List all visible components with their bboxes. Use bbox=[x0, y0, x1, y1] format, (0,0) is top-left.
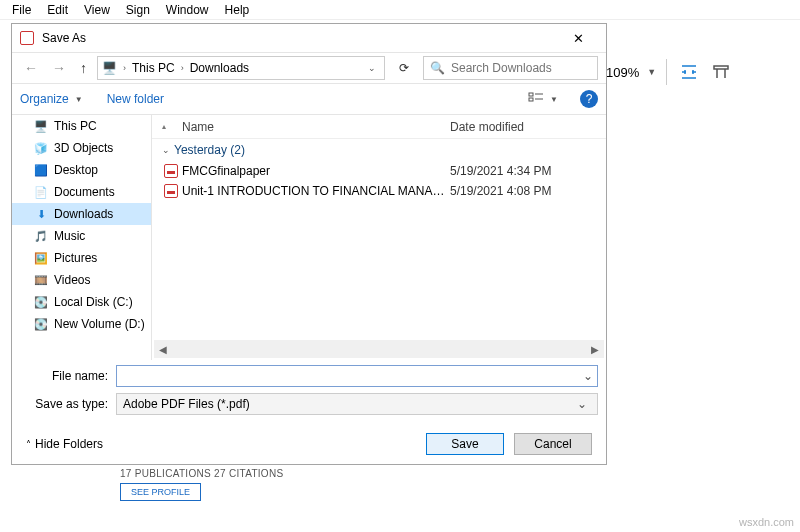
scroll-left-icon[interactable]: ◀ bbox=[154, 344, 172, 355]
file-name: Unit-1 INTRODUCTION TO FINANCIAL MANAG..… bbox=[182, 184, 450, 198]
menu-help[interactable]: Help bbox=[221, 3, 254, 17]
h-scrollbar[interactable]: ◀ ▶ bbox=[154, 340, 604, 358]
sidebar-item-3d-objects[interactable]: 🧊3D Objects bbox=[12, 137, 151, 159]
type-value: Adobe PDF Files (*.pdf) bbox=[123, 397, 573, 411]
scroll-right-icon[interactable]: ▶ bbox=[586, 344, 604, 355]
sidebar-item-music[interactable]: 🎵Music bbox=[12, 225, 151, 247]
chevron-up-icon: ˄ bbox=[26, 439, 31, 450]
bg-toolbar: 109% ▼ bbox=[600, 54, 800, 90]
sidebar-item-local-disk-c[interactable]: 💽Local Disk (C:) bbox=[12, 291, 151, 313]
sidebar-item-label: Documents bbox=[54, 185, 115, 199]
sidebar-item-downloads[interactable]: ⬇Downloads bbox=[12, 203, 151, 225]
pdf-icon bbox=[164, 164, 178, 178]
disk-icon: 💽 bbox=[34, 317, 48, 331]
sort-icon[interactable]: ▴ bbox=[152, 122, 176, 131]
tool-icon[interactable] bbox=[711, 62, 731, 82]
menu-edit[interactable]: Edit bbox=[43, 3, 72, 17]
hide-folders-label: Hide Folders bbox=[35, 437, 103, 451]
watermark: wsxdn.com bbox=[739, 516, 794, 528]
sidebar-item-videos[interactable]: 🎞️Videos bbox=[12, 269, 151, 291]
sidebar-item-new-volume-d[interactable]: 💽New Volume (D:)⌄ bbox=[12, 313, 151, 335]
file-area: ▴ Name Date modified ⌄ Yesterday (2) FMC… bbox=[152, 115, 606, 360]
chevron-down-icon[interactable]: ⌄ bbox=[364, 63, 380, 73]
file-date: 5/19/2021 4:34 PM bbox=[450, 164, 606, 178]
menu-sign[interactable]: Sign bbox=[122, 3, 154, 17]
menu-window[interactable]: Window bbox=[162, 3, 213, 17]
close-button[interactable]: ✕ bbox=[558, 24, 598, 52]
type-combo[interactable]: Adobe PDF Files (*.pdf) ⌄ bbox=[116, 393, 598, 415]
chevron-down-icon: ▼ bbox=[75, 95, 83, 104]
file-row[interactable]: Unit-1 INTRODUCTION TO FINANCIAL MANAG..… bbox=[152, 181, 606, 201]
back-button[interactable]: ← bbox=[20, 60, 42, 76]
new-folder-button[interactable]: New folder bbox=[107, 92, 164, 106]
pc-icon: 🖥️ bbox=[34, 119, 48, 133]
titlebar: Save As ✕ bbox=[12, 24, 606, 52]
downloads-icon: ⬇ bbox=[34, 207, 48, 221]
organize-menu[interactable]: Organize bbox=[20, 92, 69, 106]
sidebar-item-this-pc[interactable]: 🖥️This PC bbox=[12, 115, 151, 137]
sidebar-item-pictures[interactable]: 🖼️Pictures bbox=[12, 247, 151, 269]
sidebar-item-label: Pictures bbox=[54, 251, 97, 265]
crumb-downloads[interactable]: Downloads bbox=[190, 61, 249, 75]
dialog-body: 🖥️This PC 🧊3D Objects 🟦Desktop 📄Document… bbox=[12, 114, 606, 360]
search-box[interactable]: 🔍 bbox=[423, 56, 598, 80]
filename-label: File name: bbox=[20, 369, 116, 383]
sidebar-item-label: Desktop bbox=[54, 163, 98, 177]
save-button[interactable]: Save bbox=[426, 433, 504, 455]
sidebar-item-documents[interactable]: 📄Documents bbox=[12, 181, 151, 203]
music-icon: 🎵 bbox=[34, 229, 48, 243]
fields: File name: ⌄ Save as type: Adobe PDF Fil… bbox=[12, 360, 606, 424]
see-profile-button[interactable]: SEE PROFILE bbox=[120, 483, 201, 501]
menu-view[interactable]: View bbox=[80, 3, 114, 17]
breadcrumb[interactable]: 🖥️ › This PC › Downloads ⌄ bbox=[97, 56, 385, 80]
zoom-control[interactable]: 109% ▼ bbox=[600, 59, 667, 85]
disk-icon: 💽 bbox=[34, 295, 48, 309]
sidebar-item-label: Downloads bbox=[54, 207, 113, 221]
chevron-down-icon: ▼ bbox=[550, 95, 558, 104]
col-name[interactable]: Name bbox=[176, 120, 450, 134]
sidebar-item-label: New Volume (D:) bbox=[54, 317, 145, 331]
chevron-down-icon: ▼ bbox=[647, 67, 656, 77]
videos-icon: 🎞️ bbox=[34, 273, 48, 287]
forward-button[interactable]: → bbox=[48, 60, 70, 76]
pictures-icon: 🖼️ bbox=[34, 251, 48, 265]
cancel-button[interactable]: Cancel bbox=[514, 433, 592, 455]
3d-icon: 🧊 bbox=[34, 141, 48, 155]
refresh-button[interactable]: ⟳ bbox=[391, 56, 417, 80]
sidebar-item-label: Videos bbox=[54, 273, 90, 287]
sidebar-item-desktop[interactable]: 🟦Desktop bbox=[12, 159, 151, 181]
file-name: FMCGfinalpaper bbox=[182, 164, 450, 178]
view-mode-button[interactable] bbox=[528, 92, 546, 106]
search-icon: 🔍 bbox=[430, 61, 445, 75]
svg-rect-3 bbox=[529, 93, 533, 96]
group-label: Yesterday (2) bbox=[174, 143, 245, 157]
chevron-down-icon: ⌄ bbox=[573, 397, 591, 411]
column-headers: ▴ Name Date modified bbox=[152, 115, 606, 139]
app-menubar: File Edit View Sign Window Help bbox=[0, 0, 800, 20]
toolbar-row: Organize ▼ New folder ▼ ? bbox=[12, 84, 606, 114]
file-row[interactable]: FMCGfinalpaper 5/19/2021 4:34 PM bbox=[152, 161, 606, 181]
search-input[interactable] bbox=[451, 61, 591, 75]
crumb-this-pc[interactable]: This PC bbox=[132, 61, 175, 75]
sidebar-item-label: Music bbox=[54, 229, 85, 243]
type-label: Save as type: bbox=[20, 397, 116, 411]
up-button[interactable]: ↑ bbox=[76, 60, 91, 76]
svg-rect-0 bbox=[714, 66, 728, 69]
pdf-icon bbox=[20, 31, 34, 45]
sidebar-item-label: 3D Objects bbox=[54, 141, 113, 155]
chevron-right-icon: › bbox=[181, 63, 184, 73]
filename-input[interactable] bbox=[121, 369, 575, 383]
fit-width-icon[interactable] bbox=[679, 62, 699, 82]
menu-file[interactable]: File bbox=[8, 3, 35, 17]
save-as-dialog: Save As ✕ ← → ↑ 🖥️ › This PC › Downloads… bbox=[11, 23, 607, 465]
filename-input-wrap[interactable]: ⌄ bbox=[116, 365, 598, 387]
dialog-title: Save As bbox=[42, 31, 558, 45]
chevron-right-icon: › bbox=[123, 63, 126, 73]
help-button[interactable]: ? bbox=[580, 90, 598, 108]
chevron-down-icon[interactable]: ⌄ bbox=[579, 369, 597, 383]
sidebar-item-label: Local Disk (C:) bbox=[54, 295, 133, 309]
hide-folders-button[interactable]: ˄ Hide Folders bbox=[26, 437, 103, 451]
group-yesterday[interactable]: ⌄ Yesterday (2) bbox=[152, 139, 606, 161]
col-date[interactable]: Date modified bbox=[450, 120, 606, 134]
nav-row: ← → ↑ 🖥️ › This PC › Downloads ⌄ ⟳ 🔍 bbox=[12, 52, 606, 84]
